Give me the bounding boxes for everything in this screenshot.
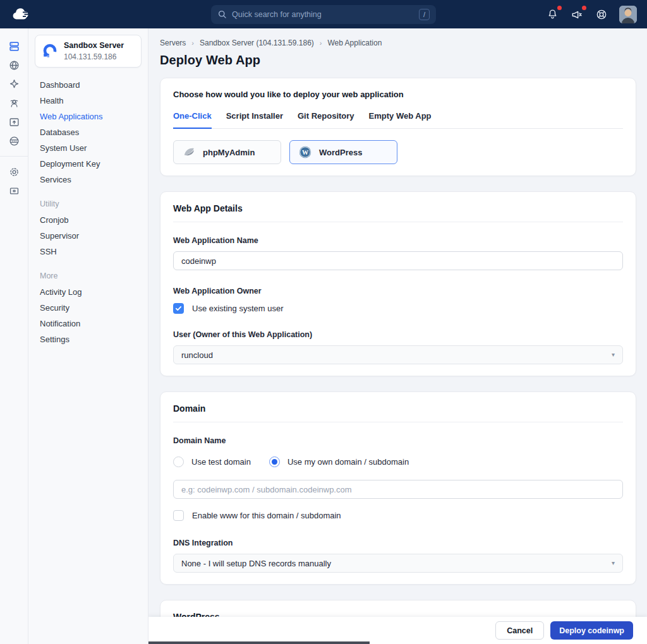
breadcrumb-separator: › — [320, 39, 322, 47]
radio-use-own-domain-label: Use my own domain / subdomain — [287, 457, 409, 467]
phpmyadmin-icon — [182, 145, 196, 159]
user-avatar[interactable] — [619, 6, 637, 23]
sidebar-item-health[interactable]: Health — [40, 93, 136, 109]
search-icon — [217, 9, 227, 19]
radio-use-own-domain[interactable]: Use my own domain / subdomain — [269, 456, 409, 467]
bell-icon — [547, 8, 559, 20]
wordpress-icon: W — [298, 145, 312, 159]
notification-badge — [557, 6, 562, 10]
announcements-button[interactable] — [570, 8, 584, 21]
divider — [173, 422, 623, 422]
rail-divider — [0, 156, 28, 157]
breadcrumb-server[interactable]: Sandbox Server (104.131.59.186) — [200, 39, 314, 47]
sidebar-item-notification[interactable]: Notification — [40, 316, 136, 331]
tab-one-click[interactable]: One-Click — [173, 111, 212, 129]
rail-deploy-box-icon[interactable] — [0, 112, 28, 131]
server-selector-card[interactable]: Sandbox Server 104.131.59.186 — [35, 35, 142, 68]
dns-integration-label: DNS Integration — [173, 539, 623, 547]
chevron-down-icon: ▾ — [612, 560, 615, 566]
chevron-down-icon: ▾ — [612, 352, 615, 358]
server-provider-icon — [42, 43, 58, 59]
megaphone-icon — [571, 8, 583, 21]
sidebar-item-deployment-key[interactable]: Deployment Key — [40, 156, 136, 172]
sidebar-item-dashboard[interactable]: Dashboard — [40, 77, 136, 93]
tab-script-installer[interactable]: Script Installer — [226, 111, 283, 128]
cancel-button[interactable]: Cancel — [495, 621, 544, 640]
rail-servers-icon[interactable] — [0, 37, 28, 56]
announcement-badge — [582, 6, 586, 10]
sidebar-section-more: More — [40, 268, 136, 280]
avatar-photo — [619, 6, 637, 23]
lifebuoy-icon — [595, 8, 608, 21]
dns-integration-select[interactable]: None - I will setup DNS records manually… — [173, 554, 623, 573]
domain-heading: Domain — [173, 403, 623, 414]
radio-circle-selected[interactable] — [269, 456, 280, 467]
rail-sparkle-icon[interactable] — [0, 75, 28, 93]
app-option-label: WordPress — [319, 148, 362, 157]
app-option-label: phpMyAdmin — [203, 148, 255, 157]
rail-archive-icon[interactable] — [0, 181, 28, 200]
app-option-wordpress[interactable]: W WordPress — [289, 140, 397, 164]
action-footer: Cancel Deploy codeinwp — [148, 617, 647, 644]
deploy-method-tabs: One-Click Script Installer Git Repositor… — [173, 111, 623, 129]
tab-empty-web-app[interactable]: Empty Web App — [369, 111, 432, 128]
sidebar-item-system-user[interactable]: System User — [40, 140, 136, 156]
deploy-method-heading: Choose how would you like to deploy your… — [173, 90, 623, 99]
page-title: Deploy Web App — [160, 53, 636, 68]
web-app-details-heading: Web App Details — [173, 203, 623, 213]
rail-dns-icon[interactable] — [0, 131, 28, 150]
horizontal-scrollbar-thumb[interactable] — [148, 641, 370, 644]
notifications-button[interactable] — [545, 8, 559, 21]
radio-circle[interactable] — [173, 456, 184, 467]
web-app-owner-label: Web Application Owner — [173, 287, 623, 295]
domain-name-label: Domain Name — [173, 436, 623, 445]
sidebar-item-cronjob[interactable]: Cronjob — [40, 212, 136, 228]
search-shortcut-key: / — [419, 9, 430, 20]
sidebar: Sandbox Server 104.131.59.186 Dashboard … — [28, 28, 148, 644]
server-nav: Dashboard Health Web Applications Databa… — [35, 77, 142, 347]
breadcrumb-servers[interactable]: Servers — [160, 39, 186, 47]
web-app-details-card: Web App Details Web Application Name Web… — [160, 191, 636, 376]
global-search[interactable]: / — [211, 5, 436, 24]
owner-user-select[interactable]: runcloud ▾ — [173, 345, 623, 364]
breadcrumb-web-application: Web Application — [327, 39, 382, 47]
checkmark-icon — [175, 305, 182, 312]
sidebar-item-security[interactable]: Security — [40, 300, 136, 316]
app-option-phpmyadmin[interactable]: phpMyAdmin — [173, 140, 281, 164]
rail-settings-icon[interactable] — [0, 162, 28, 181]
tab-git-repository[interactable]: Git Repository — [298, 111, 354, 128]
sidebar-item-web-applications[interactable]: Web Applications — [40, 109, 136, 124]
search-input[interactable] — [232, 10, 414, 19]
radio-use-test-domain[interactable]: Use test domain — [173, 456, 251, 467]
deploy-button[interactable]: Deploy codeinwp — [550, 621, 633, 640]
sidebar-item-ssh[interactable]: SSH — [40, 244, 136, 259]
topbar: / — [0, 0, 647, 28]
owner-user-label: User (Owner of this Web Application) — [173, 330, 623, 339]
deploy-method-card: Choose how would you like to deploy your… — [160, 78, 636, 176]
dns-integration-value: None - I will setup DNS records manually — [181, 559, 331, 568]
breadcrumb-separator: › — [191, 39, 194, 47]
sidebar-item-supervisor[interactable]: Supervisor — [40, 228, 136, 244]
rail-web-icon[interactable] — [0, 56, 28, 75]
owner-user-value: runcloud — [181, 350, 213, 360]
sidebar-item-activity-log[interactable]: Activity Log — [40, 284, 136, 300]
help-button[interactable] — [595, 8, 608, 21]
domain-card: Domain Domain Name Use test domain Use m… — [160, 391, 636, 585]
server-name: Sandbox Server — [64, 41, 124, 51]
icon-rail — [0, 28, 28, 644]
use-existing-user-label: Use existing system user — [192, 304, 284, 313]
divider — [173, 222, 623, 222]
sidebar-item-databases[interactable]: Databases — [40, 124, 136, 140]
svg-text:W: W — [302, 149, 308, 156]
sidebar-item-settings[interactable]: Settings — [40, 331, 136, 347]
main-content: Servers › Sandbox Server (104.131.59.186… — [148, 28, 647, 644]
sidebar-item-services[interactable]: Services — [40, 172, 136, 188]
domain-name-input[interactable] — [173, 480, 623, 499]
web-app-name-input[interactable] — [173, 251, 623, 270]
enable-www-checkbox[interactable] — [173, 510, 184, 521]
radio-use-test-domain-label: Use test domain — [191, 457, 251, 467]
cloud-logo-icon — [10, 7, 33, 22]
runcloud-logo[interactable] — [10, 7, 33, 22]
rail-team-icon[interactable] — [0, 93, 28, 112]
use-existing-user-checkbox[interactable] — [173, 303, 184, 314]
